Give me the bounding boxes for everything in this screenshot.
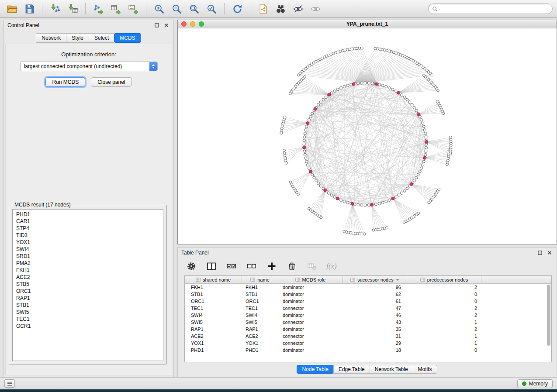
add-column-button[interactable] <box>266 261 277 272</box>
vertical-splitter[interactable] <box>174 18 177 377</box>
column-header[interactable]: successor nodes <box>343 276 407 283</box>
find-button[interactable] <box>273 2 288 16</box>
cell-successor-nodes: 18 <box>343 347 407 353</box>
save-session-button[interactable] <box>22 2 37 16</box>
table-row[interactable]: TEC1 TEC1 connector 47 2 <box>185 305 551 312</box>
table-row[interactable]: ORC1 ORC1 dominator 61 0 <box>185 298 551 305</box>
table-row[interactable]: RAP1 RAP1 dominator 35 2 <box>185 326 551 333</box>
result-node-item[interactable]: FKH1 <box>16 267 163 274</box>
table-tab[interactable]: Network Table <box>370 365 413 374</box>
status-menu-button[interactable] <box>4 379 15 388</box>
close-panel-button[interactable] <box>163 22 170 29</box>
table-row[interactable]: YOX1 YOX1 connector 29 1 <box>185 340 551 347</box>
zoom-selected-button[interactable] <box>204 2 219 16</box>
show-graphics-details-button[interactable] <box>308 2 323 16</box>
export-to-web-button[interactable] <box>256 2 270 16</box>
network-canvas[interactable] <box>178 28 557 244</box>
table-row[interactable]: SWI4 SWI4 dominator 46 2 <box>185 312 551 319</box>
result-node-item[interactable]: ORC1 <box>16 288 163 295</box>
export-network-button[interactable] <box>91 2 106 16</box>
table-settings-button[interactable] <box>186 261 197 272</box>
result-node-item[interactable]: PMA2 <box>16 260 163 267</box>
table-row[interactable]: STB1 STB1 dominator 62 0 <box>185 291 551 298</box>
result-node-label: STP4 <box>16 225 29 231</box>
result-node-item[interactable]: STB1 <box>16 302 163 309</box>
result-node-item[interactable]: SWI5 <box>16 309 163 316</box>
result-node-item[interactable]: CAR1 <box>16 218 163 225</box>
export-image-button[interactable] <box>126 2 141 16</box>
cell-shared-name: RAP1 <box>185 327 242 332</box>
table-tab-label: Edge Table <box>339 366 365 372</box>
result-node-label: SWI4 <box>16 246 29 252</box>
table-tab[interactable]: Motifs <box>413 365 437 374</box>
float-table-panel-button[interactable] <box>536 249 543 256</box>
float-panel-button[interactable] <box>153 22 160 29</box>
sort-descending-icon[interactable] <box>396 279 399 282</box>
result-node-item[interactable]: STP4 <box>16 225 163 232</box>
import-network-icon <box>50 3 61 14</box>
result-node-item[interactable]: SRD1 <box>16 253 163 260</box>
network-window-titlebar[interactable]: YPA_prune.txt_1 <box>178 20 557 28</box>
import-network-button[interactable] <box>48 2 62 16</box>
result-node-item[interactable]: YOX1 <box>16 239 163 246</box>
select-all-rows-button[interactable] <box>226 261 237 272</box>
toolbar-separator <box>224 3 225 14</box>
show-columns-button[interactable] <box>206 261 217 272</box>
column-header[interactable]: predecessor nodes <box>407 276 481 283</box>
column-header[interactable]: name <box>242 276 278 283</box>
zoom-fit-button[interactable] <box>187 2 201 16</box>
import-table-button[interactable] <box>65 2 80 16</box>
cell-successor-nodes: 96 <box>343 285 407 290</box>
cell-shared-name: PHD1 <box>185 347 242 353</box>
cell-mcds-role: dominator <box>278 327 343 332</box>
control-panel-tab[interactable]: MCDS <box>114 33 141 43</box>
result-node-item[interactable]: TID3 <box>16 232 163 239</box>
table-tab[interactable]: Node Table <box>297 365 334 374</box>
close-window-button[interactable] <box>181 21 187 27</box>
table-tab[interactable]: Edge Table <box>333 365 370 374</box>
refresh-layout-button[interactable] <box>230 2 245 16</box>
table-row[interactable]: ACE2 ACE2 connector 31 1 <box>185 333 551 340</box>
memory-button[interactable]: Memory <box>517 379 553 388</box>
close-panel-button-secondary[interactable]: Close panel <box>91 77 131 87</box>
zoom-out-button[interactable] <box>169 2 184 16</box>
result-node-item[interactable]: GCR1 <box>16 323 163 330</box>
result-node-item[interactable]: STB5 <box>16 281 163 288</box>
cell-mcds-role: dominator <box>278 347 343 353</box>
table-row[interactable]: PHD1 PHD1 dominator 18 0 <box>185 347 551 354</box>
deselect-all-rows-button[interactable] <box>246 261 257 272</box>
delete-column-button[interactable] <box>286 261 298 272</box>
run-mcds-button[interactable]: Run MCDS <box>45 77 85 87</box>
result-node-item[interactable]: ACE2 <box>16 274 163 281</box>
column-header[interactable]: MCDS role <box>278 276 343 283</box>
cell-shared-name: SWI5 <box>185 320 242 325</box>
table-scrollbar-thumb[interactable] <box>547 285 550 346</box>
result-node-item[interactable]: SWI4 <box>16 246 163 253</box>
zoom-in-button[interactable] <box>152 2 166 16</box>
result-node-item[interactable]: RAP1 <box>16 295 163 302</box>
result-node-item[interactable]: PHD1 <box>16 211 163 218</box>
table-row[interactable]: SWI5 SWI5 connector 43 1 <box>185 319 551 326</box>
column-header[interactable]: shared name <box>185 276 242 283</box>
control-panel-tab[interactable]: Network <box>36 33 66 43</box>
control-panel-tab[interactable]: Select <box>89 33 114 43</box>
export-table-button[interactable] <box>108 2 123 16</box>
open-session-button[interactable] <box>4 2 19 16</box>
maximize-window-button[interactable] <box>199 21 204 27</box>
criterion-select[interactable]: largest connected component (undirected) <box>20 62 158 71</box>
optimization-criterion-label: Optimization criterion: <box>6 51 172 58</box>
minimize-window-button[interactable] <box>190 21 195 27</box>
select-all-icon <box>227 261 236 271</box>
close-table-panel-button[interactable] <box>546 249 553 256</box>
search-field[interactable] <box>428 3 553 14</box>
column-header-label: MCDS role <box>302 277 326 282</box>
control-panel-tab[interactable]: Style <box>66 33 89 43</box>
tab-label: Style <box>72 35 83 41</box>
search-input[interactable] <box>440 6 549 12</box>
table-row[interactable]: FKH1 FKH1 dominator 96 2 <box>185 284 551 291</box>
hide-unhide-button[interactable] <box>291 2 305 16</box>
zoom-fit-icon <box>189 3 200 14</box>
main-toolbar <box>0 0 557 18</box>
result-node-label: CAR1 <box>16 218 30 224</box>
result-node-item[interactable]: TEC1 <box>16 316 163 323</box>
